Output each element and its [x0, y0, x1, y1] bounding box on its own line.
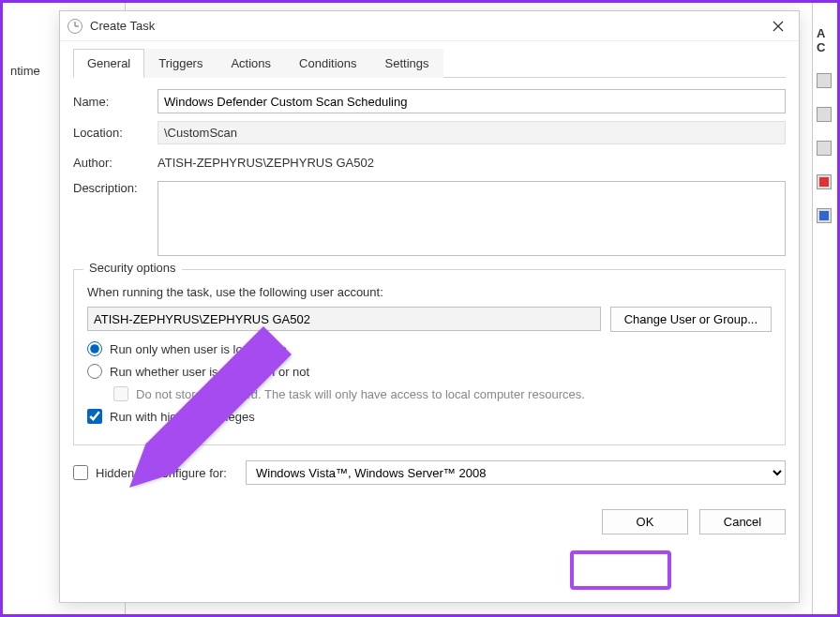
name-label: Name: [73, 95, 158, 109]
user-account-input [87, 307, 601, 331]
security-options-title: Security options [83, 261, 182, 275]
tab-conditions[interactable]: Conditions [285, 49, 370, 78]
ok-button[interactable]: OK [602, 509, 688, 534]
bg-label: C [817, 40, 833, 54]
hidden-check[interactable]: Hidden [73, 465, 134, 480]
hidden-label: Hidden [96, 466, 134, 480]
author-label: Author: [73, 156, 158, 170]
bg-icon [817, 107, 832, 122]
radio-logged-or-not[interactable]: Run whether user is logged on or not [87, 364, 772, 379]
tab-actions[interactable]: Actions [217, 49, 285, 78]
radio-logged-on[interactable]: Run only when user is logged on [87, 341, 772, 356]
author-value: ATISH-ZEPHYRUS\ZEPHYRUS GA502 [158, 152, 786, 173]
change-user-button[interactable]: Change User or Group... [610, 307, 772, 332]
titlebar: Create Task [60, 11, 799, 41]
description-input[interactable] [158, 181, 786, 256]
run-highest-label: Run with highest privileges [110, 410, 255, 424]
bg-icon [817, 208, 832, 223]
when-running-label: When running the task, use the following… [87, 285, 772, 299]
bg-divider [812, 3, 813, 614]
tab-general[interactable]: General [73, 49, 144, 78]
bg-icon [817, 141, 832, 156]
clock-icon [68, 19, 82, 34]
tab-settings[interactable]: Settings [371, 49, 443, 78]
radio-logged-on-label: Run only when user is logged on [110, 342, 287, 356]
run-highest-checkbox[interactable] [87, 409, 102, 424]
description-label: Description: [73, 181, 158, 195]
security-options-group: Security options When running the task, … [73, 269, 786, 445]
configure-for-select[interactable]: Windows Vista™, Windows Server™ 2008 [246, 460, 786, 485]
create-task-dialog: Create Task General Triggers Actions Con… [59, 10, 800, 603]
tab-strip: General Triggers Actions Conditions Sett… [73, 49, 786, 78]
store-password-checkbox [113, 386, 128, 401]
dialog-title: Create Task [90, 19, 765, 33]
bg-icon [817, 174, 832, 189]
close-icon [772, 21, 784, 32]
configure-for-label: Configure for: [153, 466, 227, 480]
store-password-check: Do not store password. The task will onl… [113, 386, 772, 401]
hidden-checkbox[interactable] [73, 465, 88, 480]
bg-text: ntime [10, 64, 40, 78]
radio-logged-on-input[interactable] [87, 341, 102, 356]
bg-right-panel: A C [817, 26, 833, 242]
bg-icon [817, 73, 832, 88]
bg-label: A [817, 26, 833, 40]
location-label: Location: [73, 126, 158, 140]
location-value: \CustomScan [158, 121, 786, 144]
name-input[interactable] [158, 89, 786, 113]
cancel-button[interactable]: Cancel [699, 509, 786, 534]
store-password-label: Do not store password. The task will onl… [136, 387, 585, 401]
radio-logged-or-not-label: Run whether user is logged on or not [110, 365, 309, 379]
run-highest-check[interactable]: Run with highest privileges [87, 409, 772, 424]
tab-triggers[interactable]: Triggers [144, 49, 217, 78]
close-button[interactable] [765, 13, 791, 39]
radio-logged-or-not-input[interactable] [87, 364, 102, 379]
